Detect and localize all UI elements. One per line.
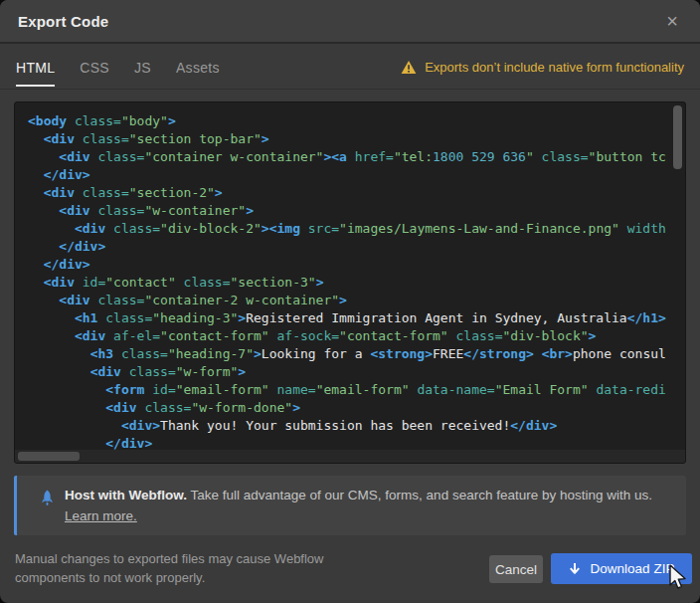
code-line: <div af-el="contact-form" af-sock="conta… xyxy=(28,327,685,345)
download-button-label: Download ZIP xyxy=(591,561,675,576)
footer-note: Manual changes to exported files may cau… xyxy=(15,549,343,587)
code-line: <div class="container-2 w-container"> xyxy=(28,292,685,309)
code-line: <div class="w-form-done"> xyxy=(28,399,685,417)
export-code-dialog: Export Code × HTMLCSSJSAssets Exports do… xyxy=(0,0,700,603)
learn-more-link[interactable]: Learn more. xyxy=(65,505,137,526)
code-line: <div class="section-2"> xyxy=(28,184,685,202)
host-banner: Host with Webflow. Take full advantage o… xyxy=(14,476,686,535)
code-content: <body class="body"> <div class="section … xyxy=(15,102,685,463)
tab-css[interactable]: CSS xyxy=(80,46,109,89)
tab-bar-tabs: HTMLCSSJSAssets xyxy=(16,46,245,89)
cancel-button-label: Cancel xyxy=(495,562,537,577)
host-banner-text: Host with Webflow. Take full advantage o… xyxy=(65,485,670,526)
code-line: <div class="section top-bar"> xyxy=(28,130,685,148)
host-banner-body: Take full advantage of our CMS, forms, a… xyxy=(187,488,652,502)
code-panel: <body class="body"> <div class="section … xyxy=(14,101,686,464)
download-zip-button[interactable]: Download ZIP xyxy=(551,553,692,584)
code-line: <div class="div-block-2"><img src="image… xyxy=(28,220,685,238)
code-line: <div class="w-container"> xyxy=(28,202,685,220)
dialog-titlebar: Export Code × xyxy=(0,0,700,44)
tab-js[interactable]: JS xyxy=(134,46,151,89)
download-arrow-icon xyxy=(569,562,581,575)
code-line: <div id="contact" class="section-3"> xyxy=(28,274,685,292)
code-line: <h3 class="heading-7">Looking for a <str… xyxy=(28,345,685,363)
dialog-title: Export Code xyxy=(18,13,108,30)
code-line: <h1 class="heading-3">Registered Immigra… xyxy=(28,309,685,327)
vertical-scrollbar-thumb[interactable] xyxy=(673,105,682,169)
rocket-icon xyxy=(39,490,56,506)
code-line: </div> xyxy=(28,238,685,256)
horizontal-scrollbar-track[interactable] xyxy=(15,450,685,463)
warning-text: Exports don’t include native form functi… xyxy=(425,60,684,75)
horizontal-scrollbar-thumb[interactable] xyxy=(18,452,80,461)
tab-bar: HTMLCSSJSAssets Exports don’t include na… xyxy=(0,46,700,90)
code-line: </div> xyxy=(28,166,685,184)
cancel-button[interactable]: Cancel xyxy=(489,555,543,583)
code-line: <div>Thank you! Your submission has been… xyxy=(28,417,685,435)
code-line: <div class="w-form"> xyxy=(28,363,685,381)
tab-assets[interactable]: Assets xyxy=(176,46,220,89)
close-icon[interactable]: × xyxy=(662,9,682,33)
code-line: <div class="container w-container"><a hr… xyxy=(28,148,685,166)
code-line: </div> xyxy=(28,256,685,274)
code-line: <body class="body"> xyxy=(28,112,685,130)
export-warning: Exports don’t include native form functi… xyxy=(401,60,684,75)
host-banner-title: Host with Webflow. xyxy=(65,488,187,502)
code-line: <form id="email-form" name="email-form" … xyxy=(28,381,685,399)
warning-icon xyxy=(401,60,417,75)
tab-html[interactable]: HTML xyxy=(16,46,55,89)
